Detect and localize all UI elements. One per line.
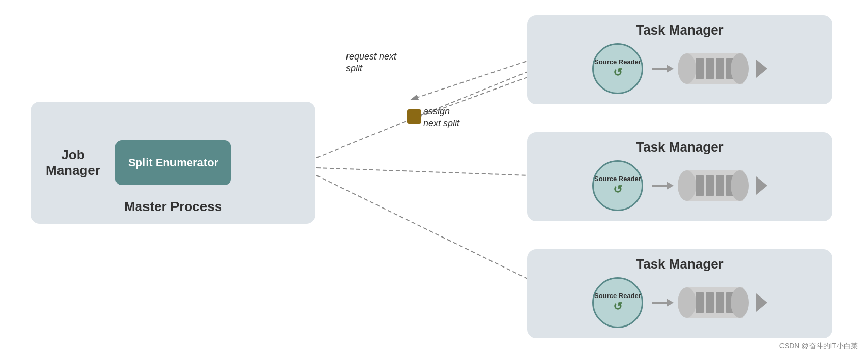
output-arrow-2 (756, 176, 767, 195)
cylinder-2 (678, 170, 767, 201)
output-arrow-3 (756, 293, 767, 312)
task-manager-2-title: Task Manager (527, 132, 832, 158)
refresh-icon-1: ↺ (613, 66, 622, 79)
master-process-label: Master Process (31, 199, 315, 215)
source-reader-2: Source Reader ↺ (592, 160, 643, 211)
connector-arrow-2 (652, 185, 669, 187)
watermark: CSDN @奋斗的IT小白菜 (779, 342, 858, 351)
source-reader-3: Source Reader ↺ (592, 277, 643, 328)
task-manager-1-title: Task Manager (527, 15, 832, 41)
segment (696, 175, 704, 196)
segment (696, 292, 704, 313)
cylinder-shape-3 (678, 287, 749, 318)
cylinder-3 (678, 287, 767, 318)
refresh-icon-3: ↺ (613, 300, 622, 313)
svg-line-1 (316, 168, 558, 176)
cylinder-shape-2 (678, 170, 749, 201)
assign-split-icon (407, 109, 421, 124)
task-manager-3-title: Task Manager (527, 249, 832, 275)
cylinder-left-cap-3 (678, 287, 696, 318)
source-reader-1: Source Reader ↺ (592, 43, 643, 94)
cylinder-right-cap-3 (731, 287, 749, 318)
cylinder-1 (678, 53, 767, 84)
segment (706, 292, 714, 313)
job-manager-label: Job Manager (46, 147, 100, 179)
task-manager-2-content: Source Reader ↺ (527, 158, 832, 213)
output-arrow-1 (756, 60, 767, 78)
task-manager-1: Task Manager Source Reader ↺ (527, 15, 832, 104)
cylinder-left-cap-1 (678, 53, 696, 84)
task-manager-3: Task Manager Source Reader ↺ (527, 249, 832, 338)
segment (716, 58, 724, 79)
cylinder-left-cap-2 (678, 170, 696, 201)
source-reader-2-label: Source Reader (594, 175, 641, 183)
segment (716, 292, 724, 313)
svg-line-2 (316, 175, 558, 293)
diagram-container: Job Manager Split Enumerator Master Proc… (0, 0, 868, 356)
cylinder-shape-1 (678, 53, 749, 84)
cylinder-right-cap-1 (731, 53, 749, 84)
segment (696, 58, 704, 79)
source-reader-3-label: Source Reader (594, 292, 641, 300)
task-manager-3-content: Source Reader ↺ (527, 275, 832, 330)
master-process-box: Job Manager Split Enumerator Master Proc… (31, 102, 315, 224)
assign-next-split-label: assign next split (423, 106, 459, 130)
segment (706, 175, 714, 196)
segment (706, 58, 714, 79)
refresh-icon-2: ↺ (613, 183, 622, 196)
split-enumerator-box: Split Enumerator (115, 140, 231, 186)
connector-arrow-3 (652, 302, 669, 304)
task-manager-2: Task Manager Source Reader ↺ (527, 132, 832, 221)
connector-arrow-1 (652, 68, 669, 70)
request-next-split-label: request next split (346, 51, 396, 75)
source-reader-1-label: Source Reader (594, 58, 641, 66)
cylinder-right-cap-2 (731, 170, 749, 201)
task-manager-1-content: Source Reader ↺ (527, 41, 832, 96)
segment (716, 175, 724, 196)
